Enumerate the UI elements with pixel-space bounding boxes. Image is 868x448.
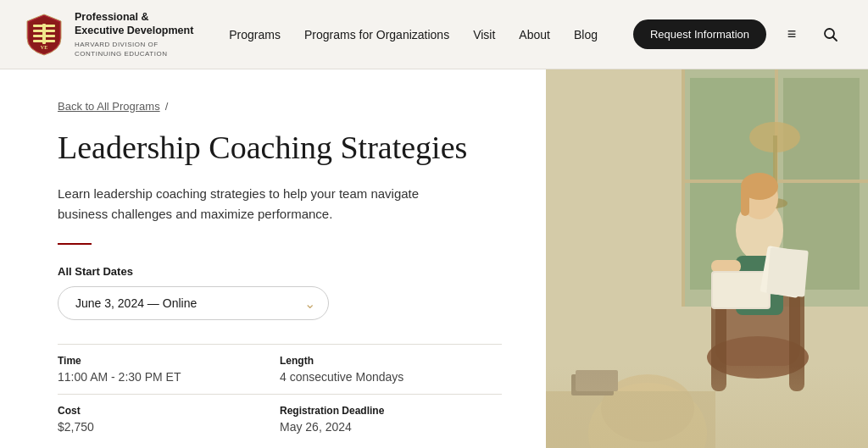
date-select-wrapper: June 3, 2024 — Online July 15, 2024 — On… — [58, 286, 329, 320]
breadcrumb-separator: / — [165, 100, 169, 113]
harvard-shield-icon: VE — [24, 13, 64, 57]
svg-line-7 — [833, 36, 837, 41]
nav-item-programs[interactable]: Programs — [229, 28, 281, 41]
nav-item-programs-orgs[interactable]: Programs for Organizations — [304, 28, 449, 41]
time-label: Time — [58, 355, 280, 367]
logo-subtitle: HARVARD DIVISION OF CONTINUING EDUCATION — [75, 40, 193, 58]
main-content: Back to All Programs / Leadership Coachi… — [0, 69, 868, 448]
svg-rect-27 — [711, 260, 741, 273]
dates-label: All Start Dates — [58, 265, 502, 278]
deadline-label: Registration Deadline — [280, 405, 502, 417]
date-select[interactable]: June 3, 2024 — Online July 15, 2024 — On… — [58, 286, 329, 320]
svg-rect-38 — [546, 366, 868, 448]
svg-rect-25 — [741, 186, 749, 216]
search-icon — [823, 27, 838, 42]
logo-text: Professional & Executive Development HAR… — [75, 10, 193, 58]
section-divider — [58, 243, 92, 245]
main-nav: Programs Programs for Organizations Visi… — [220, 28, 606, 41]
detail-deadline: Registration Deadline May 26, 2024 — [280, 394, 502, 444]
hamburger-menu-button[interactable]: ≡ — [778, 21, 805, 48]
svg-text:VE: VE — [41, 45, 47, 50]
request-info-button[interactable]: Request Information — [633, 19, 766, 49]
svg-rect-4 — [42, 24, 46, 44]
content-left: Back to All Programs / Leadership Coachi… — [0, 69, 546, 448]
nav-item-blog[interactable]: Blog — [574, 28, 598, 41]
nav-item-about[interactable]: About — [519, 28, 550, 41]
deadline-value: May 26, 2024 — [280, 420, 502, 434]
hero-image-area — [546, 69, 868, 448]
logo-area: VE Professional & Executive Development … — [24, 10, 193, 58]
cost-label: Cost — [58, 405, 280, 417]
back-to-programs-link[interactable]: Back to All Programs — [58, 100, 160, 113]
search-button[interactable] — [817, 21, 844, 48]
hamburger-icon: ≡ — [787, 25, 797, 43]
nav-item-visit[interactable]: Visit — [473, 28, 495, 41]
breadcrumb: Back to All Programs / — [58, 100, 502, 113]
logo-title: Professional & Executive Development — [75, 10, 193, 38]
header-right: Request Information ≡ — [633, 19, 844, 49]
time-value: 11:00 AM - 2:30 PM ET — [58, 370, 280, 384]
svg-rect-12 — [682, 69, 685, 307]
detail-length: Length 4 consecutive Mondays — [280, 344, 502, 394]
length-value: 4 consecutive Mondays — [280, 370, 502, 384]
length-label: Length — [280, 355, 502, 367]
cost-value: $2,750 — [58, 420, 280, 434]
detail-time: Time 11:00 AM - 2:30 PM ET — [58, 344, 280, 394]
program-description: Learn leadership coaching strategies to … — [58, 184, 439, 224]
hero-image — [546, 69, 868, 448]
header: VE Professional & Executive Development … — [0, 0, 868, 69]
detail-cost: Cost $2,750 — [58, 394, 280, 444]
page-title: Leadership Coaching Strategies — [58, 130, 498, 167]
svg-rect-32 — [766, 247, 809, 297]
program-details-grid: Time 11:00 AM - 2:30 PM ET Length 4 cons… — [58, 344, 502, 444]
